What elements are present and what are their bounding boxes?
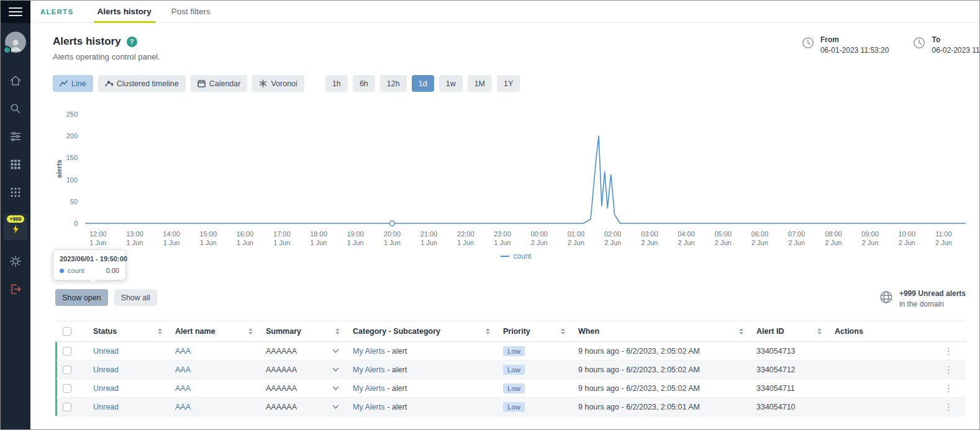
svg-text:02:00: 02:00 — [604, 230, 622, 238]
row-status[interactable]: Unread — [93, 403, 119, 411]
sidebar: +999 — [1, 1, 30, 429]
sort-icon[interactable] — [335, 328, 340, 335]
svg-text:21:00: 21:00 — [420, 230, 438, 238]
time-from[interactable]: From 06-01-2023 11:53:20 — [801, 35, 889, 55]
page-title: Alerts history — [53, 35, 121, 48]
svg-text:alerts: alerts — [55, 159, 63, 177]
chart-tooltip: 2023/06/01 - 19:50:00 count 0.00 — [53, 249, 126, 280]
col-status[interactable]: Status — [89, 327, 171, 336]
view-calendar-button[interactable]: Calendar — [191, 75, 248, 92]
priority-badge: Low — [503, 346, 525, 356]
calendar-icon — [197, 79, 206, 87]
row-checkbox[interactable] — [63, 384, 71, 393]
range-12h-button[interactable]: 12h — [380, 75, 407, 92]
tab-post-filters[interactable]: Post filters — [161, 1, 220, 23]
row-alert-name[interactable]: AAA — [175, 365, 191, 374]
row-status[interactable]: Unread — [93, 365, 119, 374]
range-6h-button[interactable]: 6h — [353, 75, 375, 92]
show-open-button[interactable]: Show open — [55, 289, 108, 306]
user-avatar[interactable] — [5, 32, 26, 53]
col-priority[interactable]: Priority — [499, 327, 574, 336]
chevron-down-icon[interactable] — [332, 349, 339, 354]
tab-post-filters-label: Post filters — [171, 7, 211, 16]
sidebar-alerts-shortcut[interactable]: +999 — [4, 213, 27, 240]
sort-icon[interactable] — [248, 328, 253, 335]
svg-text:13:00: 13:00 — [126, 230, 143, 238]
row-summary: AAAAAA — [266, 403, 297, 411]
col-alert-id[interactable]: Alert ID — [753, 327, 831, 336]
apps-grid-icon[interactable] — [9, 158, 22, 171]
kebab-menu-icon[interactable]: ⋮ — [944, 346, 953, 356]
row-category[interactable]: My Alerts — [353, 365, 384, 374]
svg-text:2 Jun: 2 Jun — [899, 239, 915, 246]
row-checkbox[interactable] — [63, 347, 71, 356]
row-when: 9 hours ago - 6/2/2023, 2:05:02 AM — [574, 365, 753, 374]
modules-grid-icon[interactable] — [9, 186, 22, 199]
row-status[interactable]: Unread — [93, 347, 119, 356]
time-from-value: 06-01-2023 11:53:20 — [820, 46, 889, 55]
view-voronoi-button[interactable]: Voronoi — [252, 75, 304, 92]
logout-icon[interactable] — [9, 282, 22, 296]
row-alert-id: 334054713 — [753, 347, 831, 356]
row-alert-name[interactable]: AAA — [175, 403, 191, 411]
view-line-button[interactable]: Line — [53, 75, 93, 92]
range-1w-button[interactable]: 1w — [439, 75, 463, 92]
time-to[interactable]: To 06-02-2023 11:53:20 — [912, 35, 979, 55]
sort-icon[interactable] — [738, 328, 744, 335]
sort-icon[interactable] — [485, 328, 491, 335]
menu-icon[interactable] — [1, 1, 30, 23]
tab-alerts-history[interactable]: Alerts history — [88, 1, 161, 23]
alerts-table: Status Alert name Summary Category - Sub… — [55, 321, 966, 416]
svg-text:2 Jun: 2 Jun — [935, 239, 952, 246]
svg-text:04:00: 04:00 — [678, 230, 695, 238]
row-status[interactable]: Unread — [93, 384, 119, 393]
view-clustered-timeline-button[interactable]: Clustered timeline — [98, 75, 186, 92]
row-when: 9 hours ago - 6/2/2023, 2:05:01 AM — [574, 403, 753, 411]
settings-gear-icon[interactable] — [9, 254, 22, 268]
line-chart[interactable]: 050100150200250alerts12:001 Jun13:001 Ju… — [53, 107, 973, 249]
chevron-down-icon[interactable] — [332, 367, 339, 372]
svg-text:2 Jun: 2 Jun — [568, 239, 584, 246]
row-summary: AAAAAA — [266, 384, 297, 393]
search-icon[interactable] — [9, 102, 22, 115]
col-category-subcategory[interactable]: Category - Subcategory — [349, 327, 499, 336]
svg-text:16:00: 16:00 — [237, 230, 254, 238]
row-when: 9 hours ago - 6/2/2023, 2:05:02 AM — [574, 384, 753, 393]
chevron-down-icon[interactable] — [332, 405, 339, 410]
home-icon[interactable] — [9, 74, 22, 87]
svg-text:2 Jun: 2 Jun — [641, 239, 658, 246]
svg-text:1 Jun: 1 Jun — [237, 239, 253, 246]
range-1M-button[interactable]: 1M — [468, 75, 492, 92]
range-1d-button[interactable]: 1d — [412, 75, 434, 92]
col-summary[interactable]: Summary — [262, 327, 349, 336]
kebab-menu-icon[interactable]: ⋮ — [944, 402, 953, 411]
col-alert-name[interactable]: Alert name — [171, 327, 262, 336]
show-all-button[interactable]: Show all — [114, 289, 157, 306]
unread-alerts-count: +999 Unread alerts — [899, 289, 966, 298]
svg-text:0: 0 — [74, 220, 78, 227]
row-alert-name[interactable]: AAA — [175, 384, 191, 393]
row-alert-name[interactable]: AAA — [175, 347, 191, 356]
clock-icon — [912, 36, 926, 50]
row-category[interactable]: My Alerts — [353, 347, 384, 356]
filters-icon[interactable] — [9, 130, 22, 143]
range-1Y-button[interactable]: 1Y — [497, 75, 520, 92]
chevron-down-icon[interactable] — [332, 386, 339, 391]
select-all-checkbox[interactable] — [63, 327, 71, 336]
row-category[interactable]: My Alerts — [353, 384, 384, 393]
help-icon[interactable]: ? — [127, 37, 137, 47]
row-checkbox[interactable] — [63, 365, 71, 374]
sort-icon[interactable] — [560, 328, 566, 335]
col-when[interactable]: When — [574, 327, 753, 336]
sort-icon[interactable] — [817, 328, 822, 335]
svg-text:1 Jun: 1 Jun — [311, 239, 327, 246]
kebab-menu-icon[interactable]: ⋮ — [944, 383, 953, 393]
range-1h-button[interactable]: 1h — [325, 75, 348, 92]
svg-text:2 Jun: 2 Jun — [825, 239, 842, 246]
kebab-menu-icon[interactable]: ⋮ — [944, 365, 953, 374]
row-category[interactable]: My Alerts — [353, 403, 384, 411]
svg-text:2 Jun: 2 Jun — [604, 239, 621, 246]
sort-icon[interactable] — [157, 328, 163, 335]
svg-text:1 Jun: 1 Jun — [273, 239, 290, 246]
row-checkbox[interactable] — [63, 403, 71, 411]
